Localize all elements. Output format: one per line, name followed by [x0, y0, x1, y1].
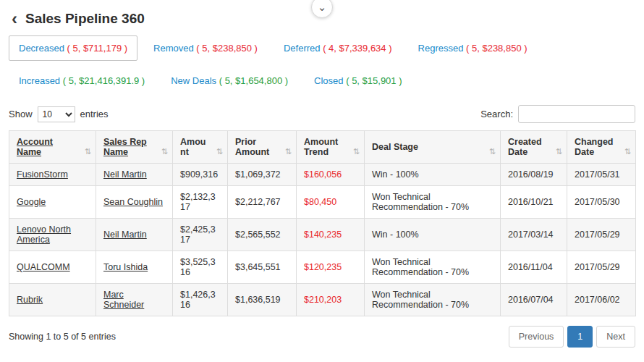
column-header-amount-trend[interactable]: Amount Trend ⇅	[297, 131, 365, 164]
tab-new-deals[interactable]: New Deals ( 5, $1,654,800 )	[161, 68, 298, 93]
entries-info: Showing 1 to 5 of 5 entries	[9, 332, 116, 342]
tab-deferred[interactable]: Deferred ( 4, $7,339,634 )	[274, 35, 402, 61]
sort-icon: ⇅	[216, 147, 223, 156]
sales-rep-link[interactable]: Neil Martin	[103, 230, 147, 240]
cell-amount-trend: $80,450	[297, 186, 365, 219]
cell-account-name: Google	[9, 186, 96, 219]
pagination: Previous 1 Next	[509, 326, 635, 348]
cell-changed-date: 2017/06/02	[567, 284, 636, 316]
cell-deal-stage: Win - 100%	[365, 164, 501, 186]
cell-changed-date: 2017/05/31	[567, 164, 636, 186]
column-header-created-date[interactable]: Created Date ⇅	[501, 131, 567, 164]
column-header-prior-amount[interactable]: Prior Amount ⇅	[228, 131, 297, 164]
column-header-changed-date[interactable]: Changed Date ⇅	[567, 131, 636, 164]
cell-changed-date: 2017/05/30	[567, 186, 636, 219]
cell-amount-trend: $120,235	[297, 251, 365, 284]
sort-icon: ⇅	[353, 147, 360, 156]
previous-page-button[interactable]: Previous	[509, 326, 564, 348]
table-row: QUALCOMM Toru Ishida $3,525,316 $3,645,5…	[9, 251, 636, 284]
pipeline-tabs: Decreased ( 5, $711,179 ) Removed ( 5, $…	[9, 35, 635, 93]
chevron-down-icon: ⌄	[318, 1, 327, 14]
cell-sales-rep: Neil Martin	[96, 164, 173, 186]
search-label: Search:	[480, 109, 513, 119]
search-input[interactable]	[518, 105, 635, 123]
tab-label: Deferred	[284, 43, 321, 54]
tab-removed[interactable]: Removed ( 5, $238,850 )	[143, 35, 268, 61]
cell-amount: $3,525,316	[173, 251, 228, 284]
sort-icon: ⇅	[556, 147, 562, 156]
sales-rep-link[interactable]: Sean Coughlin	[103, 197, 163, 207]
cell-amount: $2,132,317	[173, 186, 228, 219]
cell-prior-amount: $1,069,372	[228, 164, 297, 186]
account-link[interactable]: FusionStorm	[17, 169, 68, 180]
table-footer: Showing 1 to 5 of 5 entries Previous 1 N…	[9, 326, 635, 348]
cell-sales-rep: Neil Martin	[96, 219, 173, 251]
cell-prior-amount: $1,636,519	[228, 284, 297, 316]
cell-account-name: Rubrik	[9, 284, 96, 316]
table-controls: Show 10 entries Search:	[9, 105, 635, 123]
tab-stats: ( 5, $238,850 )	[466, 43, 528, 54]
cell-created-date: 2016/08/19	[501, 164, 567, 186]
cell-prior-amount: $2,565,552	[228, 219, 297, 251]
tab-label: Decreased	[19, 43, 64, 54]
cell-amount-trend: $210,203	[297, 284, 365, 316]
cell-deal-stage: Won Technical Recommendation - 70%	[365, 186, 501, 219]
account-link[interactable]: Rubrik	[17, 295, 43, 305]
account-link[interactable]: QUALCOMM	[17, 262, 70, 272]
tab-label: New Deals	[171, 75, 216, 86]
column-header-amount[interactable]: Amount ⇅	[173, 131, 228, 164]
cell-prior-amount: $2,212,767	[228, 186, 297, 219]
page-size-control: Show 10 entries	[9, 106, 109, 122]
tab-stats: ( 5, $1,654,800 )	[219, 75, 288, 86]
cell-sales-rep: Sean Coughlin	[96, 186, 173, 219]
entries-label: entries	[80, 109, 109, 119]
cell-created-date: 2016/10/21	[501, 186, 567, 219]
page-number-button[interactable]: 1	[567, 326, 593, 348]
tab-increased[interactable]: Increased ( 5, $21,416,391.9 )	[9, 68, 155, 93]
sort-icon: ⇅	[161, 147, 168, 156]
cell-amount: $1,426,316	[173, 284, 228, 316]
column-header-deal-stage[interactable]: Deal Stage ⇅	[365, 131, 501, 164]
next-page-button[interactable]: Next	[596, 326, 635, 348]
tab-stats: ( 5, $238,850 )	[196, 43, 258, 54]
table-row: Rubrik Marc Schneider $1,426,316 $1,636,…	[9, 284, 636, 316]
cell-created-date: 2016/07/04	[501, 284, 567, 316]
tab-label: Increased	[19, 75, 60, 86]
cell-changed-date: 2017/05/29	[567, 251, 636, 284]
pipeline-table: Account Name ⇅ Sales Rep Name ⇅ Amount ⇅…	[9, 130, 636, 316]
tab-stats: ( 5, $711,179 )	[67, 43, 128, 54]
cell-changed-date: 2017/05/29	[567, 219, 636, 251]
cell-created-date: 2017/03/14	[501, 219, 567, 251]
sales-rep-link[interactable]: Neil Martin	[103, 169, 147, 180]
cell-account-name: QUALCOMM	[9, 251, 96, 284]
sort-icon: ⇅	[624, 147, 631, 156]
column-header-sales-rep-name[interactable]: Sales Rep Name ⇅	[96, 131, 173, 164]
tab-closed[interactable]: Closed ( 5, $15,901 )	[304, 68, 412, 93]
account-link[interactable]: Lenovo North America	[17, 224, 71, 245]
account-link[interactable]: Google	[17, 197, 46, 207]
table-header-row: Account Name ⇅ Sales Rep Name ⇅ Amount ⇅…	[9, 131, 636, 164]
back-icon[interactable]: ‹	[12, 12, 17, 25]
page-size-select[interactable]: 10	[38, 106, 75, 122]
cell-deal-stage: Won Technical Recommendation - 70%	[365, 251, 501, 284]
show-label: Show	[9, 109, 33, 119]
cell-amount: $909,316	[173, 164, 228, 186]
search-control: Search:	[480, 105, 635, 123]
tab-label: Closed	[314, 75, 343, 86]
cell-sales-rep: Marc Schneider	[96, 284, 173, 316]
table-row: Lenovo North America Neil Martin $2,425,…	[9, 219, 636, 251]
sort-icon: ⇅	[285, 147, 292, 156]
tab-label: Regressed	[418, 43, 464, 54]
cell-amount-trend: $160,056	[297, 164, 365, 186]
cell-account-name: FusionStorm	[9, 164, 96, 186]
sort-icon: ⇅	[489, 147, 496, 156]
tab-label: Removed	[153, 43, 194, 54]
tab-regressed[interactable]: Regressed ( 5, $238,850 )	[408, 35, 538, 61]
column-header-account-name[interactable]: Account Name ⇅	[9, 131, 96, 164]
cell-prior-amount: $3,645,551	[228, 251, 297, 284]
page-title: Sales Pipeline 360	[25, 11, 145, 27]
tab-decreased[interactable]: Decreased ( 5, $711,179 )	[9, 35, 137, 61]
sales-rep-link[interactable]: Toru Ishida	[103, 262, 148, 272]
sales-rep-link[interactable]: Marc Schneider	[103, 290, 144, 310]
cell-created-date: 2016/11/04	[501, 251, 567, 284]
